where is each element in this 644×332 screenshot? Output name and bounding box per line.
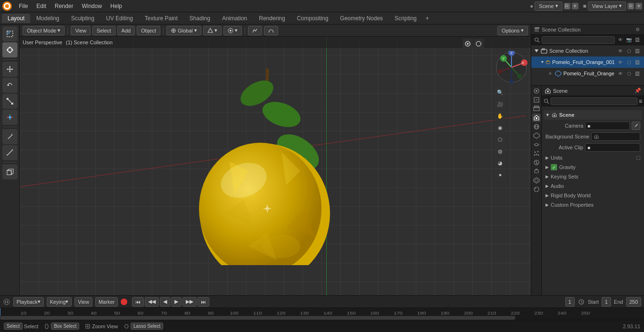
tab-scripting[interactable]: Scripting [389, 14, 422, 23]
tab-layout[interactable]: Layout [2, 14, 30, 23]
shading-rendered-icon[interactable]: ● [495, 170, 505, 180]
playback-menu-btn[interactable]: Playback ▾ [13, 297, 44, 307]
record-btn[interactable] [121, 299, 127, 305]
prop-tab-data[interactable] [532, 176, 541, 185]
timeline-ruler[interactable]: 10 20 30 40 50 60 70 80 90 100 [0, 308, 644, 320]
tab-shading[interactable]: Shading [184, 14, 216, 23]
view-layer-copy-btn[interactable]: ⎘ [627, 3, 634, 9]
tool-scale[interactable] [2, 94, 17, 109]
pc-select-icon[interactable]: ⬡ [625, 58, 633, 66]
props-search-input[interactable] [551, 97, 637, 105]
sc-eye-icon[interactable]: 👁 [617, 47, 624, 55]
outliner-pomelo-mesh[interactable]: Pomelo_Fruit_Orange 👁 ⬡ 🖼 [531, 68, 644, 79]
prop-tab-particles[interactable] [532, 149, 541, 158]
tab-texture-paint[interactable]: Texture Paint [139, 14, 183, 23]
camera-value[interactable]: ■ [585, 121, 630, 130]
zoom-in-icon[interactable]: 🔍 [495, 87, 505, 97]
shading-solid-icon[interactable]: ◍ [495, 146, 505, 156]
proportional-edit-btn[interactable]: ▾ [223, 26, 242, 35]
tool-add-cube[interactable] [2, 164, 17, 179]
sc-select-icon[interactable]: ⬡ [625, 47, 633, 55]
outliner-search-input[interactable] [542, 36, 615, 44]
navigation-gizmo[interactable]: X Y Z [495, 51, 528, 84]
sc-render-icon[interactable]: 🖼 [634, 47, 641, 55]
tool-annotate[interactable] [2, 129, 17, 144]
pm-render-icon[interactable]: 🖼 [634, 70, 641, 77]
options-btn[interactable]: Options ▾ [497, 26, 528, 35]
tool-transform[interactable] [2, 110, 17, 125]
custom-properties-header[interactable]: ▶ Custom Properties [544, 200, 642, 210]
object-mode-btn[interactable]: Object Mode ▾ [23, 26, 65, 35]
prop-tab-material[interactable] [532, 185, 541, 194]
current-frame-field[interactable]: 1 [565, 297, 575, 307]
menu-edit[interactable]: Edit [33, 2, 50, 10]
view-layer-new-btn[interactable]: + [636, 3, 642, 9]
tool-move[interactable] [2, 62, 17, 77]
prop-tab-render[interactable] [532, 87, 541, 95]
viewport[interactable]: User Perspective (1) Scene Collection [20, 37, 531, 295]
viewport-overlay-btn[interactable] [462, 39, 473, 49]
shading-material-icon[interactable]: ◕ [495, 158, 505, 168]
camera-view-icon[interactable]: 🎥 [495, 99, 505, 109]
tab-rendering[interactable]: Rendering [253, 14, 290, 23]
view-menu-tl-btn[interactable]: View [74, 297, 92, 307]
prop-tab-modifier[interactable] [532, 140, 541, 149]
select-key[interactable]: Select [4, 323, 23, 330]
hand-tool-icon[interactable]: ✋ [495, 111, 505, 121]
prop-tab-scene[interactable] [532, 113, 541, 122]
add-menu-btn[interactable]: Add [117, 26, 135, 35]
marker-menu-btn[interactable]: Marker [95, 297, 118, 307]
select-menu-btn[interactable]: Select [92, 26, 116, 35]
transform-orientation-btn[interactable]: Global ▾ [166, 26, 201, 35]
prev-keyframe-btn[interactable]: ◀◀ [145, 297, 159, 307]
jump-to-start-btn[interactable]: ⏮ [132, 297, 144, 307]
menu-help[interactable]: Help [107, 2, 126, 10]
background-scene-value[interactable] [591, 132, 640, 141]
audio-header[interactable]: ▶ Audio [544, 181, 642, 191]
tab-geometry-nodes[interactable]: Geometry Nodes [334, 14, 388, 23]
outliner-eye-icon[interactable]: 👁 [617, 36, 624, 44]
graph-btn[interactable] [248, 26, 262, 35]
scene-selector[interactable]: Scene ▾ [535, 1, 562, 11]
timeline-scrollbar[interactable] [0, 316, 644, 320]
view-menu-btn[interactable]: View [71, 26, 91, 35]
timeline-scrollbar-thumb[interactable] [0, 316, 515, 320]
tool-measure[interactable] [2, 145, 17, 160]
tab-modeling[interactable]: Modeling [31, 14, 65, 23]
pm-select-icon[interactable]: ⬡ [625, 70, 633, 77]
tab-sculpting[interactable]: Sculpting [66, 14, 100, 23]
tab-animation[interactable]: Animation [216, 14, 253, 23]
outliner-camera-icon[interactable]: 📷 [625, 36, 633, 44]
snap-btn[interactable]: ▾ [203, 26, 222, 35]
render-mode-icon[interactable]: ◉ [495, 122, 505, 133]
scene-copy-btn[interactable]: ⎘ [564, 3, 570, 9]
outliner-filter-icon[interactable]: ⚙ [634, 26, 641, 33]
prop-tab-world[interactable] [532, 122, 541, 131]
end-frame-field[interactable]: 250 [626, 297, 641, 307]
gravity-checkbox[interactable] [551, 164, 557, 170]
rigid-body-world-header[interactable]: ▶ Rigid Body World [544, 191, 642, 200]
shading-wireframe-icon[interactable]: ⬡ [495, 134, 505, 145]
props-pin-icon[interactable]: 📌 [635, 88, 641, 94]
tool-select-box[interactable] [2, 26, 17, 41]
box-select-key[interactable]: Box Select [51, 323, 79, 330]
menu-window[interactable]: Window [78, 2, 106, 10]
prop-tab-physics[interactable] [532, 158, 541, 167]
view-layer-selector[interactable]: View Layer ▾ [588, 1, 626, 11]
menu-render[interactable]: Render [51, 2, 77, 10]
tool-rotate[interactable] [2, 78, 17, 93]
menu-file[interactable]: File [15, 2, 32, 10]
curve-btn[interactable] [264, 26, 278, 35]
start-frame-field[interactable]: 1 [602, 297, 611, 307]
scene-section-header[interactable]: ▼ Scene [544, 110, 642, 120]
prop-tab-constraints[interactable] [532, 167, 541, 176]
prop-tab-output[interactable] [532, 96, 541, 104]
object-menu-btn[interactable]: Object [137, 26, 160, 35]
units-section-header[interactable]: ▶ Units [544, 153, 642, 162]
scene-new-btn[interactable]: + [572, 3, 578, 9]
xray-toggle[interactable] [473, 39, 484, 49]
lasso-select-key[interactable]: Lasso Select [131, 323, 163, 330]
prop-tab-view-layer[interactable] [532, 105, 541, 113]
outliner-render-icon[interactable]: 🖼 [634, 36, 641, 44]
outliner-scene-collection[interactable]: Scene Collection 👁 ⬡ 🖼 [531, 45, 644, 57]
